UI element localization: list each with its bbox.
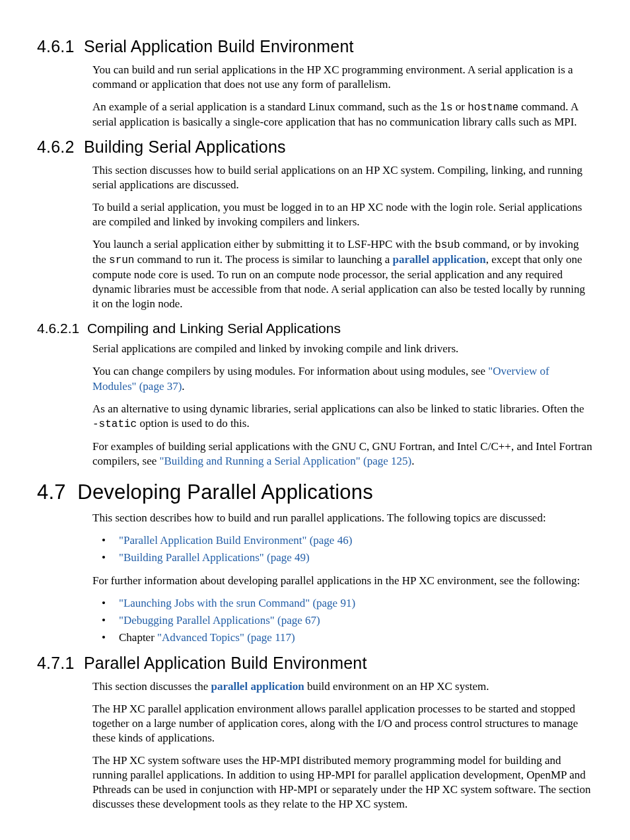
cross-ref-link-launching-srun[interactable]: "Launching Jobs with the srun Command" (… — [119, 597, 355, 609]
bullet-list: "Parallel Application Build Environment"… — [92, 533, 593, 566]
bullet-item: Chapter "Advanced Topics" (page 117) — [110, 630, 593, 646]
section-4-6-1-body: You can build and run serial application… — [92, 63, 593, 130]
code-text: srun — [109, 254, 134, 266]
heading-4-6-2-1: 4.6.2.1 Compiling and Linking Serial App… — [37, 321, 593, 336]
cross-ref-link-building-running-serial[interactable]: "Building and Running a Serial Applicati… — [160, 455, 412, 467]
paragraph: This section describes how to build and … — [92, 511, 593, 525]
bullet-list: "Launching Jobs with the srun Command" (… — [92, 596, 593, 646]
code-text: bsub — [435, 239, 460, 251]
heading-4-7-1: 4.7.1 Parallel Application Build Environ… — [37, 654, 593, 673]
paragraph: You can build and run serial application… — [92, 63, 593, 92]
heading-4-6-1: 4.6.1 Serial Application Build Environme… — [37, 37, 593, 56]
section-title: Serial Application Build Environment — [84, 37, 354, 56]
bullet-item: "Debugging Parallel Applications" (page … — [110, 613, 593, 629]
glossary-link-parallel-application[interactable]: parallel application — [211, 680, 304, 693]
section-number: 4.6.1 — [37, 37, 75, 56]
paragraph: You launch a serial application either b… — [92, 237, 593, 311]
cross-ref-link-parallel-build-env[interactable]: "Parallel Application Build Environment"… — [119, 534, 352, 547]
code-text: hostname — [468, 102, 518, 114]
paragraph: This section discusses how to build seri… — [92, 163, 593, 192]
text-run: command to run it. The process is simila… — [134, 253, 392, 266]
code-text: ls — [440, 102, 452, 114]
paragraph: An example of a serial application is a … — [92, 100, 593, 130]
text-run: This section discusses the — [92, 680, 211, 693]
section-title: Building Serial Applications — [84, 137, 286, 156]
paragraph: To build a serial application, you must … — [92, 200, 593, 229]
paragraph: You can change compilers by using module… — [92, 364, 593, 393]
text-run: As an alternative to using dynamic libra… — [92, 402, 584, 415]
bullet-item: "Parallel Application Build Environment"… — [110, 533, 593, 549]
text-run: build environment on an HP XC system. — [304, 680, 489, 693]
text-run: You can change compilers by using module… — [92, 365, 488, 377]
glossary-link-parallel-application[interactable]: parallel application — [393, 253, 486, 266]
section-4-7-1-body: This section discusses the parallel appl… — [92, 679, 593, 812]
paragraph: The HP XC system software uses the HP-MP… — [92, 753, 593, 812]
text-run: You launch a serial application either b… — [92, 238, 435, 250]
section-4-6-2-1-body: Serial applications are compiled and lin… — [92, 342, 593, 468]
section-number: 4.6.2.1 — [37, 321, 79, 336]
cross-ref-link-building-parallel[interactable]: "Building Parallel Applications" (page 4… — [119, 551, 310, 564]
section-4-7-body: This section describes how to build and … — [92, 511, 593, 646]
section-title: Developing Parallel Applications — [77, 480, 373, 504]
heading-4-7: 4.7 Developing Parallel Applications — [37, 480, 593, 504]
bullet-item: "Building Parallel Applications" (page 4… — [110, 551, 593, 566]
paragraph: The HP XC parallel application environme… — [92, 702, 593, 745]
section-number: 4.6.2 — [37, 137, 75, 156]
text-run: An example of a serial application is a … — [92, 100, 440, 113]
page-content: 4.6.1 Serial Application Build Environme… — [0, 0, 630, 840]
text-run: . — [182, 380, 184, 393]
section-title: Compiling and Linking Serial Application… — [87, 321, 341, 336]
text-run: Chapter — [119, 631, 157, 644]
section-4-6-2-body: This section discusses how to build seri… — [92, 163, 593, 311]
section-number: 4.7.1 — [37, 654, 75, 672]
section-number: 4.7 — [37, 480, 66, 504]
cross-ref-link-debugging-parallel[interactable]: "Debugging Parallel Applications" (page … — [119, 614, 320, 627]
code-text: -static — [92, 418, 137, 430]
text-run: option is used to do this. — [137, 417, 249, 430]
section-title: Parallel Application Build Environment — [84, 654, 367, 672]
paragraph: Serial applications are compiled and lin… — [92, 342, 593, 356]
heading-4-6-2: 4.6.2 Building Serial Applications — [37, 137, 593, 157]
paragraph: For further information about developing… — [92, 574, 593, 588]
text-run: . — [411, 455, 414, 467]
paragraph: For examples of building serial applicat… — [92, 439, 593, 469]
paragraph: This section discusses the parallel appl… — [92, 679, 593, 694]
paragraph: As an alternative to using dynamic libra… — [92, 402, 593, 432]
text-run: or — [453, 100, 468, 113]
bullet-item: "Launching Jobs with the srun Command" (… — [110, 596, 593, 611]
cross-ref-link-advanced-topics[interactable]: "Advanced Topics" (page 117) — [157, 631, 295, 644]
